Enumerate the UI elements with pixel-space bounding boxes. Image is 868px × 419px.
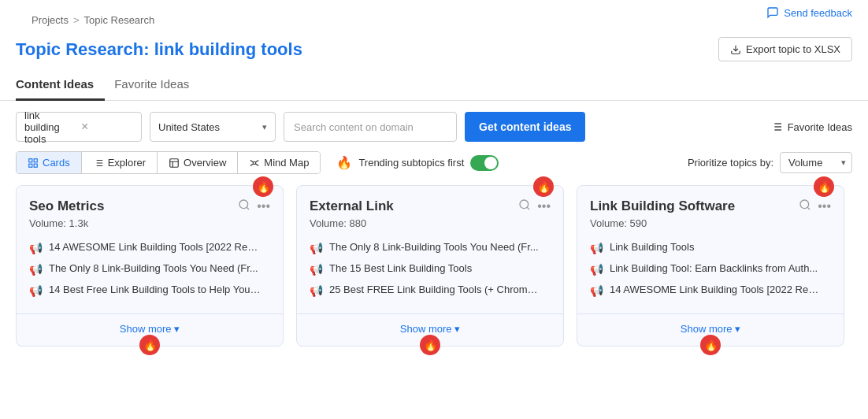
send-feedback-button[interactable]: Send feedback — [766, 6, 852, 19]
search-icon[interactable] — [238, 198, 250, 214]
view-tab-mindmap[interactable]: Mind Map — [238, 152, 320, 173]
fav-ideas-label: Favorite Ideas — [788, 121, 852, 133]
card-external-header: External Link Volume: 880 ••• — [297, 186, 563, 237]
export-label: Export topic to XLSX — [746, 43, 840, 55]
page-title-static: Topic Research: — [16, 39, 150, 59]
volume-select[interactable]: Volume Efficiency Difficulty — [780, 152, 852, 173]
list-item: 📢 The 15 Best Link Building Tools — [310, 258, 551, 280]
svg-line-30 — [807, 207, 810, 210]
get-ideas-button[interactable]: Get content ideas — [465, 112, 585, 142]
page-header: Topic Research: link building tools Expo… — [0, 34, 868, 69]
show-more-external[interactable]: Show more ▾ — [400, 323, 460, 335]
link-text[interactable]: 25 Best FREE Link Building Tools (+ Chro… — [329, 284, 542, 295]
svg-line-22 — [250, 164, 254, 165]
view-tab-explorer[interactable]: Explorer — [82, 152, 158, 173]
export-button[interactable]: Export topic to XLSX — [718, 37, 852, 61]
more-icon[interactable]: ••• — [257, 199, 270, 213]
list-item: 📢 25 Best FREE Link Building Tools (+ Ch… — [310, 280, 551, 301]
card-software-title: Link Building Software — [590, 198, 735, 214]
card-external-volume: Volume: 880 — [310, 217, 394, 229]
card-software-header: Link Building Software Volume: 590 ••• — [577, 186, 844, 237]
megaphone-icon: 📢 — [590, 284, 603, 297]
fire-badge-external-bottom: 🔥 — [420, 335, 440, 355]
tab-favorite-ideas[interactable]: Favorite Ideas — [114, 69, 200, 101]
trending-toggle[interactable] — [470, 155, 499, 171]
page-title-keyword: link building tools — [154, 39, 302, 59]
list-item: 📢 The Only 8 Link-Building Tools You Nee… — [310, 237, 551, 258]
svg-point-29 — [800, 200, 809, 209]
breadcrumb-separator: > — [73, 14, 80, 26]
keyword-clear-icon[interactable]: × — [81, 121, 133, 133]
megaphone-icon: 📢 — [310, 284, 323, 297]
card-seo-volume: Volume: 1.3k — [29, 217, 104, 229]
svg-line-24 — [256, 164, 259, 165]
list-item: 📢 Link Building Tools — [590, 237, 831, 258]
search-icon[interactable] — [799, 198, 811, 214]
megaphone-icon: 📢 — [29, 242, 43, 254]
link-text[interactable]: Link Building Tool: Earn Backlinks from … — [610, 262, 818, 274]
cards-area: 🔥 Seo Metrics Volume: 1.3k ••• 📢 14 AWES… — [0, 185, 868, 359]
page-title: Topic Research: link building tools — [16, 39, 302, 60]
view-tab-overview-label: Overview — [184, 157, 226, 169]
link-text[interactable]: 14 AWESOME Link Building Tools [2022 Rev… — [610, 284, 822, 295]
view-tab-overview[interactable]: Overview — [158, 152, 238, 173]
card-external-title: External Link — [310, 198, 394, 214]
svg-rect-9 — [34, 164, 37, 167]
tab-content-ideas[interactable]: Content Ideas — [16, 69, 105, 101]
card-seo-info: Seo Metrics Volume: 1.3k — [29, 198, 104, 229]
link-text[interactable]: The Only 8 Link-Building Tools You Need … — [49, 262, 258, 274]
breadcrumb-projects[interactable]: Projects — [32, 14, 69, 26]
link-text[interactable]: 14 Best Free Link Building Tools to Help… — [49, 284, 262, 295]
svg-rect-10 — [29, 164, 32, 167]
card-software-info: Link Building Software Volume: 590 — [590, 198, 735, 229]
svg-point-25 — [239, 200, 248, 209]
more-icon[interactable]: ••• — [537, 199, 551, 213]
list-item: 📢 14 AWESOME Link Building Tools [2022 R… — [29, 237, 270, 258]
link-text[interactable]: Link Building Tools — [610, 241, 694, 253]
svg-line-23 — [256, 160, 259, 161]
link-text[interactable]: The 15 Best Link Building Tools — [329, 262, 472, 274]
fire-badge-software-bottom: 🔥 — [700, 335, 721, 355]
link-text[interactable]: 14 AWESOME Link Building Tools [2022 Rev… — [49, 241, 262, 253]
prioritize-area: Prioritize topics by: Volume Efficiency … — [688, 152, 852, 173]
country-select-wrapper[interactable]: United States United Kingdom Canada Aust… — [150, 112, 276, 142]
breadcrumb-current: Topic Research — [84, 14, 155, 26]
card-external-links: 📢 The Only 8 Link-Building Tools You Nee… — [297, 237, 563, 309]
show-more-seo[interactable]: Show more ▾ — [120, 323, 180, 335]
svg-rect-7 — [29, 158, 32, 161]
chevron-down-icon: ▾ — [262, 122, 267, 132]
card-software-actions: ••• — [799, 198, 831, 214]
keyword-input-wrapper: link building tools × — [16, 112, 142, 142]
svg-line-28 — [527, 207, 529, 210]
main-tabs: Content Ideas Favorite Ideas — [0, 69, 868, 101]
card-external-info: External Link Volume: 880 — [310, 198, 394, 229]
link-text[interactable]: The Only 8 Link-Building Tools You Need … — [329, 241, 539, 253]
view-tab-cards-label: Cards — [43, 157, 70, 169]
svg-line-26 — [247, 207, 249, 210]
send-feedback-label: Send feedback — [784, 7, 852, 19]
favorite-ideas-button[interactable]: Favorite Ideas — [770, 121, 852, 133]
search-icon[interactable] — [518, 198, 531, 214]
fire-badge-seo: 🔥 — [253, 176, 273, 197]
country-select[interactable]: United States United Kingdom Canada Aust… — [158, 121, 259, 133]
show-more-software[interactable]: Show more ▾ — [681, 323, 740, 335]
breadcrumb: Projects > Topic Research — [16, 6, 170, 31]
domain-search-placeholder: Search content on domain — [294, 121, 414, 133]
svg-rect-8 — [34, 158, 37, 161]
more-icon[interactable]: ••• — [818, 199, 831, 213]
card-seo-actions: ••• — [238, 198, 270, 214]
card-external-actions: ••• — [518, 198, 551, 214]
view-tab-explorer-label: Explorer — [108, 157, 146, 169]
megaphone-icon: 📢 — [590, 263, 603, 276]
card-seo-metrics: 🔥 Seo Metrics Volume: 1.3k ••• 📢 14 AWES… — [16, 185, 284, 347]
svg-point-27 — [520, 200, 529, 209]
fire-icon: 🔥 — [336, 155, 352, 170]
domain-search-input[interactable]: Search content on domain — [284, 112, 457, 142]
svg-line-21 — [250, 160, 254, 161]
view-tabs: Cards Explorer Overview — [16, 151, 321, 174]
svg-point-20 — [254, 161, 257, 165]
volume-wrapper: Volume Efficiency Difficulty — [780, 152, 852, 173]
card-software-volume: Volume: 590 — [590, 217, 735, 229]
view-tab-cards[interactable]: Cards — [17, 152, 82, 173]
megaphone-icon: 📢 — [29, 263, 43, 276]
